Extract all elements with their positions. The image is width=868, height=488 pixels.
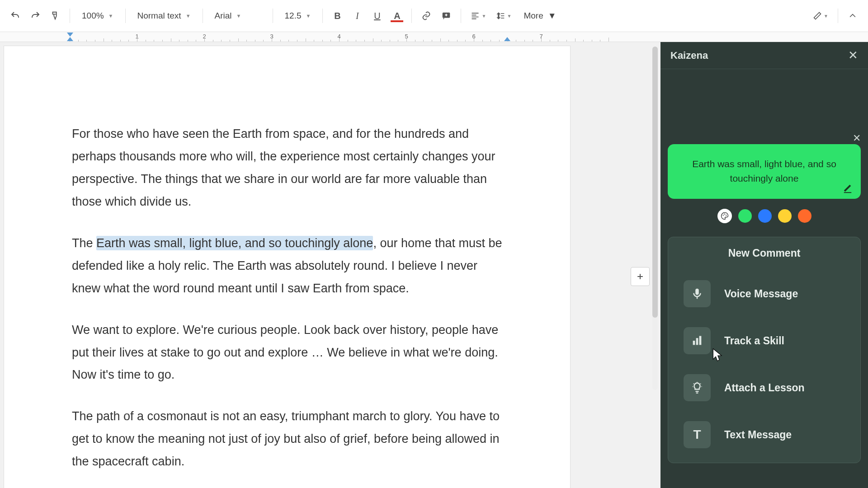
plus-icon [636, 272, 645, 281]
document-page[interactable]: For those who have seen the Earth from s… [4, 46, 571, 488]
microphone-icon [684, 280, 711, 307]
color-blue[interactable] [758, 209, 772, 223]
new-comment-card: New Comment Voice Message Track a Skill [668, 237, 861, 463]
svg-rect-5 [693, 341, 695, 345]
chevron-down-icon: ▼ [481, 14, 486, 19]
paragraph: The path of a cosmonaut is not an easy, … [72, 405, 502, 473]
svg-point-3 [726, 215, 726, 216]
text-label: Text Message [724, 429, 792, 441]
more-label: More [524, 11, 543, 21]
kaizena-sidepanel: Kaizena ✕ ✕ Earth was small, light blue,… [660, 42, 868, 488]
add-comment-floating-button[interactable] [631, 267, 650, 286]
svg-rect-7 [699, 336, 702, 345]
svg-point-2 [724, 214, 725, 215]
style-value: Normal text [137, 11, 181, 21]
highlighted-text[interactable]: Earth was small, light blue, and so touc… [96, 236, 373, 250]
sidepanel-header: Kaizena ✕ [660, 42, 868, 69]
separator [273, 9, 273, 23]
underline-button[interactable]: U [368, 7, 386, 25]
fontsize-value: 12.5 [285, 11, 302, 21]
sidepanel-title: Kaizena [670, 50, 708, 61]
separator [125, 9, 126, 23]
color-orange[interactable] [798, 209, 811, 223]
separator [411, 9, 412, 23]
first-line-indent-marker[interactable] [67, 33, 73, 37]
highlight-card[interactable]: ✕ Earth was small, light blue, and so to… [668, 144, 861, 199]
voice-label: Voice Message [724, 288, 798, 300]
chevron-down-icon: ▼ [824, 14, 828, 19]
font-value: Arial [215, 11, 232, 21]
chevron-down-icon: ▼ [507, 14, 511, 19]
line-spacing-dropdown[interactable]: ▼ [492, 7, 515, 25]
toolbar-right: ▼ [809, 7, 862, 25]
track-skill-button[interactable]: Track a Skill [679, 317, 849, 364]
highlight-color-row [668, 209, 861, 223]
separator [461, 9, 461, 23]
text-icon: T [684, 421, 711, 448]
italic-button[interactable]: I [348, 7, 366, 25]
add-comment-toolbar-button[interactable] [437, 7, 455, 25]
palette-icon[interactable] [717, 209, 732, 223]
ruler[interactable]: 1 2 3 4 5 6 7 [0, 32, 868, 42]
fontsize-dropdown[interactable]: 12.5 ▼ [278, 7, 317, 25]
sidepanel-body: ✕ Earth was small, light blue, and so to… [660, 69, 868, 488]
bold-button[interactable]: B [328, 7, 346, 25]
text-color-button[interactable]: A [388, 7, 406, 25]
document-area: For those who have seen the Earth from s… [0, 42, 660, 488]
attach-lesson-button[interactable]: Attach a Lesson [679, 364, 849, 411]
redo-button[interactable] [26, 7, 44, 25]
chevron-down-icon: ▼ [108, 13, 113, 19]
separator [203, 9, 203, 23]
style-dropdown[interactable]: Normal text ▼ [131, 7, 197, 25]
text-message-button[interactable]: T Text Message [679, 411, 849, 458]
left-indent-marker[interactable] [67, 37, 73, 41]
bar-chart-icon [684, 327, 711, 354]
color-green[interactable] [738, 209, 752, 223]
color-yellow[interactable] [778, 209, 792, 223]
lesson-label: Attach a Lesson [724, 382, 805, 394]
align-dropdown[interactable]: ▼ [467, 7, 490, 25]
zoom-dropdown[interactable]: 100% ▼ [75, 7, 120, 25]
paragraph: For those who have seen the Earth from s… [72, 123, 502, 213]
lightbulb-icon [684, 374, 711, 401]
chevron-down-icon: ▼ [236, 13, 241, 19]
separator [70, 9, 70, 23]
svg-rect-6 [696, 338, 698, 345]
svg-rect-4 [695, 289, 699, 295]
edit-icon[interactable] [843, 183, 853, 193]
font-dropdown[interactable]: Arial ▼ [208, 7, 267, 25]
skill-label: Track a Skill [724, 335, 784, 347]
close-icon[interactable]: ✕ [853, 131, 861, 145]
chevron-down-icon: ▼ [186, 13, 191, 19]
new-comment-title: New Comment [679, 247, 849, 259]
toolbar: 100% ▼ Normal text ▼ Arial ▼ 12.5 ▼ B I … [0, 0, 868, 32]
chevron-down-icon: ▼ [548, 11, 557, 21]
scrollbar-thumb[interactable] [652, 47, 658, 318]
chevron-down-icon: ▼ [306, 13, 311, 19]
highlight-text: Earth was small, light blue, and so touc… [692, 159, 836, 183]
paragraph: We want to explore. We're curious people… [72, 319, 502, 387]
separator [322, 9, 323, 23]
insert-link-button[interactable] [417, 7, 435, 25]
main-area: For those who have seen the Earth from s… [0, 42, 868, 488]
separator [838, 9, 838, 23]
more-dropdown[interactable]: More ▼ [517, 7, 562, 25]
undo-button[interactable] [6, 7, 24, 25]
editing-mode-dropdown[interactable]: ▼ [809, 7, 832, 25]
text-span: The [72, 236, 96, 250]
paint-format-button[interactable] [46, 7, 64, 25]
paragraph: The Earth was small, light blue, and so … [72, 232, 502, 300]
right-indent-marker[interactable] [504, 37, 510, 41]
close-icon[interactable]: ✕ [848, 48, 858, 62]
svg-point-1 [722, 215, 723, 216]
voice-message-button[interactable]: Voice Message [679, 270, 849, 317]
collapse-toolbar-button[interactable] [844, 7, 862, 25]
zoom-value: 100% [82, 11, 104, 21]
